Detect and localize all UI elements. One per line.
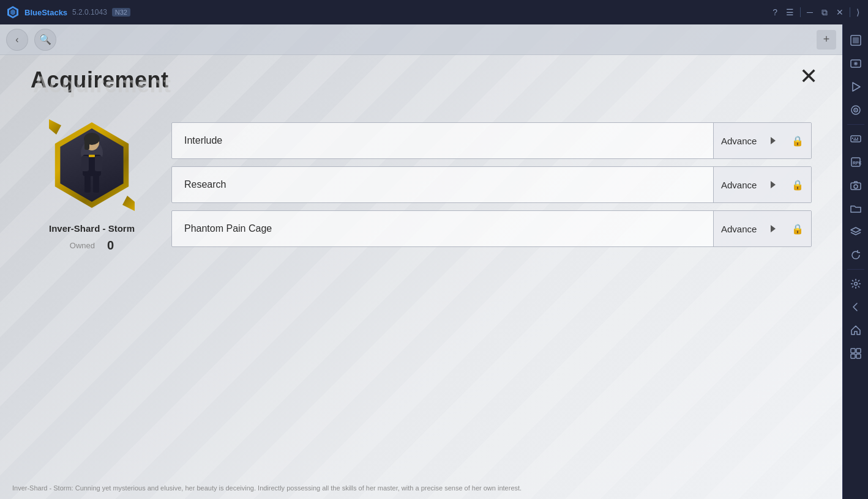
search-button[interactable]: 🔍 bbox=[34, 29, 56, 51]
character-name: Inver-Shard - Storm bbox=[49, 223, 135, 234]
svg-rect-38 bbox=[851, 354, 855, 358]
sidebar-icon-refresh[interactable] bbox=[845, 244, 867, 266]
chevron-icon bbox=[768, 224, 778, 234]
sidebar-icon-grid[interactable] bbox=[845, 342, 867, 364]
svg-marker-15 bbox=[771, 225, 776, 232]
sidebar-toggle-icon[interactable]: ⟩ bbox=[854, 5, 862, 20]
svg-point-35 bbox=[854, 283, 857, 286]
hex-corner-decoration-2 bbox=[122, 196, 135, 211]
window-controls: ? ☰ ─ ⧉ ✕ ⟩ bbox=[770, 5, 862, 20]
hex-inner bbox=[55, 128, 129, 202]
svg-rect-25 bbox=[851, 136, 861, 142]
svg-rect-10 bbox=[89, 155, 95, 157]
entry-label-research: Research bbox=[172, 167, 713, 202]
sidebar-icon-back[interactable] bbox=[845, 296, 867, 318]
svg-text:RPK: RPK bbox=[853, 161, 861, 165]
app-badge: N32 bbox=[112, 8, 130, 17]
svg-point-20 bbox=[855, 63, 856, 64]
entry-row: Interlude Advance 🔒 bbox=[171, 122, 812, 159]
title-bar: BlueStacks 5.2.0.1043 N32 ? ☰ ─ ⧉ ✕ ⟩ bbox=[0, 0, 868, 24]
svg-rect-12 bbox=[93, 174, 99, 193]
close-x-icon: ✕ bbox=[799, 65, 818, 87]
sidebar-icon-play[interactable] bbox=[845, 76, 867, 98]
svg-rect-28 bbox=[857, 138, 858, 139]
help-icon[interactable]: ? bbox=[770, 5, 780, 20]
controls-separator bbox=[800, 7, 801, 17]
restore-icon[interactable]: ⧉ bbox=[819, 5, 830, 20]
entry-row: Phantom Pain Cage Advance 🔒 bbox=[171, 210, 812, 247]
close-window-icon[interactable]: ✕ bbox=[834, 5, 846, 20]
acquirement-panel: Acquirement Acquirement bbox=[12, 55, 830, 499]
svg-point-33 bbox=[854, 185, 858, 188]
owned-row: Owned 0 bbox=[70, 238, 114, 253]
svg-marker-34 bbox=[851, 227, 861, 232]
sidebar-icon-keyboard[interactable] bbox=[845, 128, 867, 150]
app-version: 5.2.0.1043 bbox=[72, 8, 107, 17]
game-nav: ‹ 🔍 + bbox=[0, 24, 842, 55]
sidebar-icon-home[interactable] bbox=[845, 319, 867, 341]
sidebar-icon-folder[interactable] bbox=[845, 198, 867, 220]
sidebar-icon-rpk[interactable]: RPK bbox=[845, 151, 867, 173]
svg-rect-39 bbox=[856, 354, 861, 358]
entry-label-interlude: Interlude bbox=[172, 123, 713, 158]
svg-rect-6 bbox=[84, 138, 89, 150]
svg-marker-13 bbox=[771, 137, 776, 144]
advance-text: Advance bbox=[721, 180, 757, 190]
add-button[interactable]: + bbox=[817, 30, 836, 50]
right-sidebar: RPK bbox=[842, 24, 868, 499]
lock-icon: 🔒 bbox=[791, 135, 804, 147]
character-card: Inver-Shard - Storm Owned 0 bbox=[31, 116, 153, 253]
sidebar-icon-layers[interactable] bbox=[845, 221, 867, 243]
sidebar-separator bbox=[850, 7, 850, 17]
minimize-icon[interactable]: ─ bbox=[804, 5, 815, 20]
character-hexagon bbox=[43, 116, 141, 214]
svg-rect-29 bbox=[853, 139, 858, 141]
lock-icon: 🔒 bbox=[791, 179, 804, 191]
hex-background bbox=[49, 122, 135, 208]
back-button[interactable]: ‹ bbox=[6, 29, 28, 51]
svg-rect-11 bbox=[84, 174, 91, 193]
hamburger-icon[interactable]: ☰ bbox=[784, 5, 796, 20]
content-row: Inver-Shard - Storm Owned 0 Interlude bbox=[31, 116, 812, 253]
entry-advance-interlude[interactable]: Advance 🔒 bbox=[713, 123, 811, 158]
svg-marker-21 bbox=[853, 83, 860, 91]
svg-marker-14 bbox=[771, 181, 776, 188]
owned-label: Owned bbox=[70, 241, 95, 250]
sidebar-icon-screen[interactable] bbox=[845, 53, 867, 75]
sidebar-icon-target[interactable] bbox=[845, 99, 867, 121]
owned-value: 0 bbox=[107, 238, 114, 253]
entry-advance-research[interactable]: Advance 🔒 bbox=[713, 167, 811, 202]
svg-point-24 bbox=[855, 109, 856, 111]
svg-rect-9 bbox=[95, 156, 102, 171]
character-description: Inver-Shard - Storm: Cunning yet mysteri… bbox=[12, 484, 793, 493]
entry-label-phantom: Phantom Pain Cage bbox=[172, 211, 713, 246]
sidebar-icon-multiinstance[interactable] bbox=[845, 29, 867, 51]
character-sprite bbox=[64, 131, 119, 199]
entry-advance-phantom[interactable]: Advance 🔒 bbox=[713, 211, 811, 246]
bluestacks-logo bbox=[6, 6, 20, 19]
svg-rect-8 bbox=[81, 156, 89, 171]
svg-rect-17 bbox=[853, 37, 859, 43]
advance-text: Advance bbox=[721, 136, 757, 146]
app-brand: BlueStacks bbox=[24, 8, 67, 17]
sidebar-divider bbox=[847, 124, 864, 125]
main-layout: ‹ 🔍 + ✕ Acquirement Acquirement bbox=[0, 24, 868, 499]
entry-row: Research Advance 🔒 bbox=[171, 166, 812, 203]
hex-corner-decoration bbox=[49, 119, 61, 135]
entries-list: Interlude Advance 🔒 Rese bbox=[171, 116, 812, 253]
panel-title-shadow: Acquirement bbox=[31, 72, 812, 98]
svg-rect-36 bbox=[851, 349, 855, 353]
chevron-icon bbox=[768, 180, 778, 190]
sidebar-icon-settings[interactable] bbox=[845, 273, 867, 295]
sidebar-icon-camera[interactable] bbox=[845, 174, 867, 196]
svg-rect-37 bbox=[856, 349, 861, 353]
svg-rect-26 bbox=[852, 138, 853, 139]
chevron-icon bbox=[768, 136, 778, 146]
sidebar-divider-2 bbox=[847, 269, 864, 270]
advance-text: Advance bbox=[721, 224, 757, 234]
lock-icon: 🔒 bbox=[791, 223, 804, 235]
svg-rect-27 bbox=[855, 138, 856, 139]
game-area: ‹ 🔍 + ✕ Acquirement Acquirement bbox=[0, 24, 842, 499]
close-panel-button[interactable]: ✕ bbox=[793, 61, 824, 92]
